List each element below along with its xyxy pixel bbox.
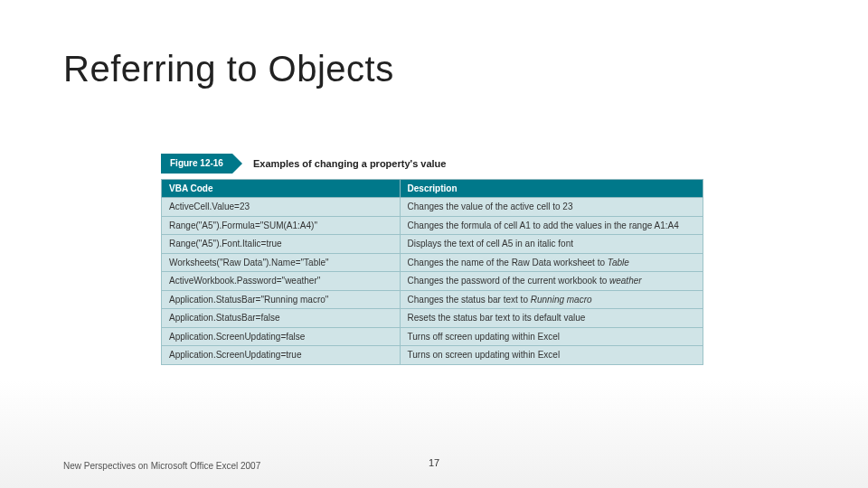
cell-code: Worksheets("Raw Data").Name="Table" — [162, 253, 401, 272]
table-row: Worksheets("Raw Data").Name="Table"Chang… — [162, 253, 703, 272]
cell-desc: Turns off screen updating within Excel — [400, 327, 703, 346]
table-row: ActiveWorkbook.Password="weather"Changes… — [162, 272, 703, 291]
slide: Referring to Objects Figure 12-16 Exampl… — [0, 0, 868, 488]
table-row: Range("A5").Font.Italic=trueDisplays the… — [162, 235, 703, 254]
cell-desc: Changes the name of the Raw Data workshe… — [400, 253, 703, 272]
cell-desc: Displays the text of cell A5 in an itali… — [400, 235, 703, 254]
table-row: Range("A5").Formula="SUM(A1:A4)"Changes … — [162, 216, 703, 235]
table-row: Application.ScreenUpdating=trueTurns on … — [162, 346, 703, 365]
table-row: Application.ScreenUpdating=falseTurns of… — [162, 327, 703, 346]
table-row: Application.StatusBar="Running macro"Cha… — [162, 290, 703, 309]
cell-code: ActiveCell.Value=23 — [162, 198, 401, 217]
chevron-right-icon — [232, 154, 242, 174]
cell-code: Application.StatusBar="Running macro" — [162, 290, 401, 309]
cell-desc: Changes the formula of cell A1 to add th… — [400, 216, 703, 235]
cell-desc: Changes the password of the current work… — [400, 272, 703, 291]
figure-label: Figure 12-16 — [161, 154, 232, 174]
cell-desc: Changes the status bar text to Running m… — [400, 290, 703, 309]
table-row: Application.StatusBar=falseResets the st… — [162, 309, 703, 328]
cell-code: Range("A5").Font.Italic=true — [162, 235, 401, 254]
footer-source: New Perspectives on Microsoft Office Exc… — [63, 460, 260, 472]
table-header-row: VBA Code Description — [162, 180, 703, 198]
figure-caption: Examples of changing a property's value — [253, 158, 447, 169]
table-body: ActiveCell.Value=23Changes the value of … — [162, 198, 703, 365]
cell-code: Application.StatusBar=false — [162, 309, 401, 328]
page-number: 17 — [429, 457, 439, 468]
cell-desc: Turns on screen updating within Excel — [400, 346, 703, 365]
cell-code: Range("A5").Formula="SUM(A1:A4)" — [162, 216, 401, 235]
cell-desc: Changes the value of the active cell to … — [400, 198, 703, 217]
slide-title: Referring to Objects — [63, 49, 394, 89]
col-header-code: VBA Code — [162, 180, 401, 198]
cell-desc: Resets the status bar text to its defaul… — [400, 309, 703, 328]
figure-header: Figure 12-16 Examples of changing a prop… — [161, 154, 703, 174]
cell-code: Application.ScreenUpdating=true — [162, 346, 401, 365]
cell-code: ActiveWorkbook.Password="weather" — [162, 272, 401, 291]
figure-table: VBA Code Description ActiveCell.Value=23… — [161, 179, 703, 365]
cell-code: Application.ScreenUpdating=false — [162, 327, 401, 346]
col-header-desc: Description — [400, 180, 703, 198]
table-row: ActiveCell.Value=23Changes the value of … — [162, 198, 703, 217]
figure: Figure 12-16 Examples of changing a prop… — [161, 154, 703, 365]
